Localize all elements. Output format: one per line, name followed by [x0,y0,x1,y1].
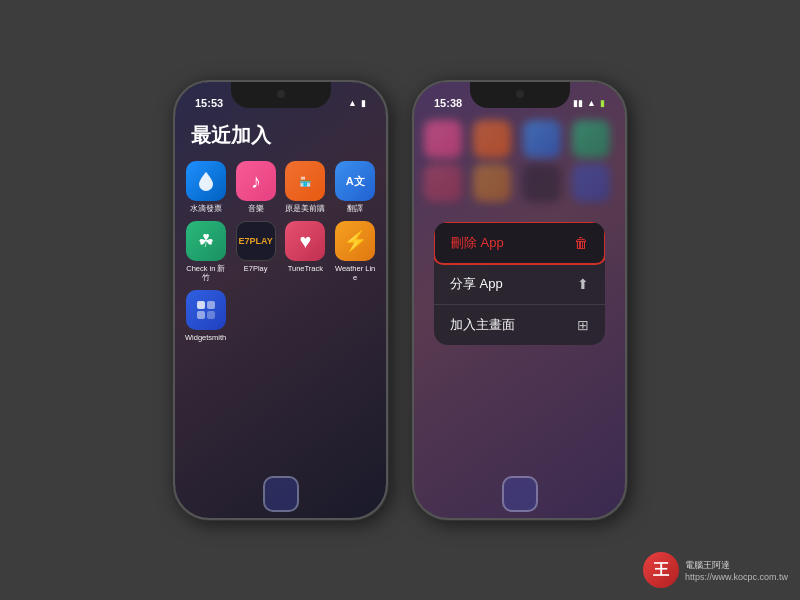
watermark-line1: 電腦王阿達 [685,559,788,572]
context-menu: 刪除 App 🗑 分享 App ⬆ 加入主畫面 ⊞ [434,222,605,345]
delete-icon: 🗑 [574,235,588,251]
wifi-icon-2: ▲ [587,98,596,108]
app-tunetrack[interactable]: ♥ TuneTrack [285,221,327,282]
app-widgetsmith[interactable]: Widgetsmith [185,290,226,342]
app-icon-checkin: ☘ [186,221,226,261]
app-icon-e7play: E7PLAY [236,221,276,261]
battery-icon: ▮ [361,98,366,108]
app-e7play[interactable]: E7PLAY E7Play [235,221,277,282]
battery-icon-2: ▮ [600,98,605,108]
app-grid-row1: 水滴發票 ♪ 音樂 🏪 原是美前購 A文 [175,161,386,213]
blurred-bg [414,114,625,214]
phone1-time: 15:53 [195,97,223,109]
phone2-home-button[interactable] [502,476,538,512]
phone2-status-icons: ▮▮ ▲ ▮ [573,98,605,108]
phone1-home-button[interactable] [263,476,299,512]
svg-rect-1 [207,301,215,309]
app-grid-row2: ☘ Check in 新竹 E7PLAY E7Play ♥ TuneTrack [175,213,386,282]
wifi-icon: ▲ [348,98,357,108]
recently-added-title: 最近加入 [175,114,386,161]
page-wrapper: 15:53 ▲ ▮ 最近加入 水滴發票 ♪ [0,0,800,600]
app-label-water: 水滴發票 [190,204,222,213]
app-label-shopping: 原是美前購 [285,204,325,213]
watermark-text: 電腦王阿達 https://www.kocpc.com.tw [685,559,788,582]
svg-rect-3 [207,311,215,319]
app-weatherline[interactable]: ⚡ Weather Line [334,221,376,282]
notch-camera-2 [516,90,524,98]
svg-rect-2 [197,311,205,319]
signal-icon: ▮▮ [573,98,583,108]
app-translate[interactable]: A文 翻譯 [334,161,376,213]
app-icon-weatherline: ⚡ [335,221,375,261]
app-icon-shopping: 🏪 [285,161,325,201]
watermark: 王 電腦王阿達 https://www.kocpc.com.tw [643,552,788,588]
watermark-line2: https://www.kocpc.com.tw [685,572,788,582]
share-icon: ⬆ [577,276,589,292]
app-label-music: 音樂 [248,204,264,213]
watermark-logo-text: 王 [653,560,669,581]
phone2-status-bar: 15:38 ▮▮ ▲ ▮ [414,82,625,114]
phone1-screen: 15:53 ▲ ▮ 最近加入 水滴發票 ♪ [175,82,386,518]
notch-camera [277,90,285,98]
app-icon-tunetrack: ♥ [285,221,325,261]
app-label-widgetsmith: Widgetsmith [185,333,226,342]
phone2-home-area [502,476,538,512]
app-label-translate: 翻譯 [347,204,363,213]
app-icon-translate: A文 [335,161,375,201]
app-water[interactable]: 水滴發票 [185,161,227,213]
app-icon-widgetsmith [186,290,226,330]
app-icon-music: ♪ [236,161,276,201]
add-home-label: 加入主畫面 [450,316,515,334]
app-checkin[interactable]: ☘ Check in 新竹 [185,221,227,282]
delete-app-label: 刪除 App [451,234,504,252]
svg-rect-0 [197,301,205,309]
phone2-screen: 15:38 ▮▮ ▲ ▮ [414,82,625,518]
context-menu-share[interactable]: 分享 App ⬆ [434,264,605,305]
phone1-home-area [263,476,299,512]
app-music[interactable]: ♪ 音樂 [235,161,277,213]
watermark-logo: 王 [643,552,679,588]
phone1-status-icons: ▲ ▮ [348,98,366,108]
share-app-label: 分享 App [450,275,503,293]
context-menu-delete[interactable]: 刪除 App 🗑 [434,222,605,265]
phone2-time: 15:38 [434,97,462,109]
app-label-weatherline: Weather Line [334,264,376,282]
app-label-tunetrack: TuneTrack [288,264,323,273]
phone1: 15:53 ▲ ▮ 最近加入 水滴發票 ♪ [173,80,388,520]
phone2: 15:38 ▮▮ ▲ ▮ [412,80,627,520]
widgetsmith-row: Widgetsmith [175,282,386,342]
add-home-icon: ⊞ [577,317,589,333]
phone1-status-bar: 15:53 ▲ ▮ [175,82,386,114]
app-label-checkin: Check in 新竹 [185,264,227,282]
app-label-e7play: E7Play [244,264,268,273]
context-menu-add-home[interactable]: 加入主畫面 ⊞ [434,305,605,345]
app-shopping[interactable]: 🏪 原是美前購 [285,161,327,213]
app-icon-water [186,161,226,201]
